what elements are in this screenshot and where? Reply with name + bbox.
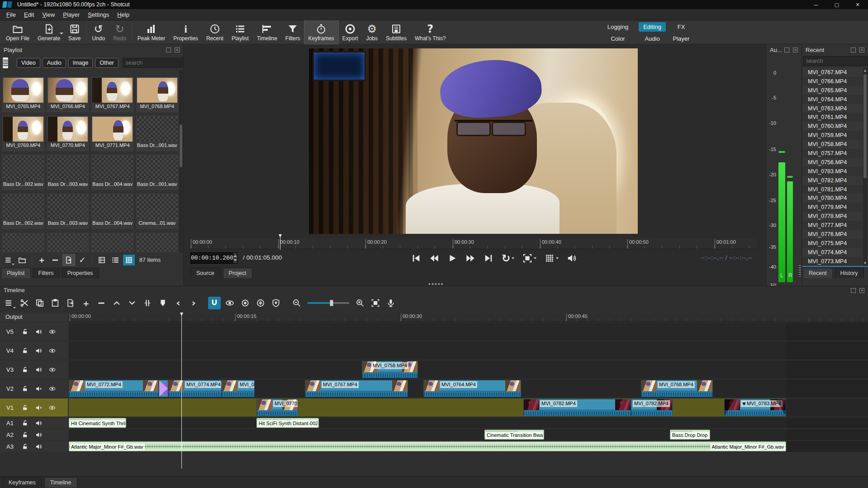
recent-file-item[interactable]: MVI_0761.MP4 bbox=[802, 113, 864, 122]
timeline-ripple-button[interactable] bbox=[239, 297, 251, 309]
menu-edit[interactable]: Edit bbox=[20, 10, 38, 19]
playlist-item[interactable] bbox=[1, 232, 45, 252]
timeline-ripple-markers-button[interactable] bbox=[270, 297, 282, 309]
zoom-fit-button[interactable] bbox=[521, 252, 538, 264]
timeline-append-button[interactable] bbox=[64, 297, 77, 309]
recent-file-item[interactable]: MVI_0780.MP4 bbox=[802, 194, 864, 203]
recent-file-item[interactable]: MVI_0775.MP4 bbox=[802, 239, 864, 248]
track-head-A2[interactable]: A2 bbox=[0, 429, 68, 440]
playlist-item-clipped[interactable]: MVI_07...MP4 bbox=[90, 70, 134, 75]
playlist-view-tiles-button[interactable] bbox=[109, 255, 121, 265]
current-position-field[interactable]: 00:00:10.260 bbox=[190, 252, 237, 264]
track-lane-V5[interactable] bbox=[69, 322, 868, 341]
timeline-zoom-out-button[interactable] bbox=[290, 297, 303, 309]
playlist-filter-image[interactable]: Image bbox=[68, 58, 93, 68]
timeline-copy-button[interactable] bbox=[33, 297, 46, 309]
video-clip[interactable]: MVI_0772.MP4 bbox=[69, 380, 159, 397]
eye-icon[interactable] bbox=[48, 327, 56, 336]
lock-icon[interactable] bbox=[21, 442, 29, 450]
playlist-item[interactable]: Bass Dr...003.wav bbox=[46, 154, 90, 191]
playlist-item-clipped[interactable]: MVI_07...MP4 bbox=[46, 70, 90, 75]
float-panel-icon[interactable] bbox=[851, 288, 856, 293]
grid-button[interactable] bbox=[543, 252, 560, 264]
timeline-scrub-while-dragging-button[interactable] bbox=[223, 297, 236, 309]
timeline-split-button[interactable] bbox=[141, 297, 154, 309]
playlist-item[interactable]: MVI_0770.MP4 bbox=[46, 115, 90, 152]
tab-project[interactable]: Project bbox=[223, 268, 252, 278]
timeline-remove-track-button[interactable] bbox=[95, 297, 108, 309]
playlist-item-clipped[interactable]: MVI_07...MP4 bbox=[1, 70, 45, 75]
maximize-button[interactable]: ▢ bbox=[826, 0, 847, 9]
menu-settings[interactable]: Settings bbox=[84, 10, 113, 19]
recent-file-item[interactable]: MVI_0758.MP4 bbox=[802, 140, 864, 149]
quickly-forward-button[interactable] bbox=[464, 252, 477, 264]
playlist-open-button[interactable] bbox=[16, 255, 28, 265]
open-file-button[interactable]: Open File bbox=[2, 21, 33, 44]
close-panel-icon[interactable]: ✕ bbox=[859, 47, 864, 52]
playlist-item[interactable]: Cinema...01.wav bbox=[135, 193, 179, 230]
recent-file-item[interactable]: MVI_0778.MP4 bbox=[802, 212, 864, 221]
generate-button[interactable]: Generate bbox=[33, 21, 64, 44]
lock-icon[interactable] bbox=[21, 365, 29, 374]
timeline-record-audio-button[interactable] bbox=[384, 297, 397, 309]
speaker-icon[interactable] bbox=[34, 365, 43, 374]
playlist-item[interactable] bbox=[46, 232, 90, 252]
track-head-V4[interactable]: V4 bbox=[0, 341, 68, 360]
recent-file-item[interactable]: MVI_0779.MP4 bbox=[802, 203, 864, 212]
timeline-next-marker-button[interactable]: › bbox=[187, 297, 200, 309]
lock-icon[interactable] bbox=[21, 403, 29, 412]
playlist-view-icons-button[interactable] bbox=[123, 255, 135, 265]
playlist-filter-video[interactable]: Video bbox=[17, 58, 40, 68]
tab-history[interactable]: History bbox=[835, 268, 864, 278]
video-clip[interactable]: MVI_0782.MP4 bbox=[523, 399, 631, 416]
playlist-item[interactable]: Bass Dr...001.wav bbox=[135, 154, 179, 191]
layout-editing-button[interactable]: Editing bbox=[639, 22, 666, 32]
playlist-item[interactable] bbox=[135, 232, 179, 252]
timeline-prev-marker-button[interactable]: ‹ bbox=[172, 297, 185, 309]
playlist-item[interactable]: MVI_0771.MP4 bbox=[90, 115, 134, 152]
close-panel-icon[interactable]: ✕ bbox=[175, 47, 180, 52]
recent-file-item[interactable]: MVI_0764.MP4 bbox=[802, 95, 864, 104]
menu-file[interactable]: File bbox=[2, 10, 20, 19]
speaker-icon[interactable] bbox=[34, 442, 43, 450]
playlist-item[interactable]: MVI_0766.MP4 bbox=[46, 76, 90, 113]
undo-button[interactable]: ↺Undo bbox=[88, 21, 109, 44]
playlist-filter-other[interactable]: Other bbox=[95, 58, 118, 68]
timeline-zoom-slider[interactable] bbox=[308, 302, 349, 304]
recent-button[interactable]: Recent bbox=[202, 21, 228, 44]
volume-button[interactable] bbox=[565, 252, 579, 264]
skip-to-start-button[interactable] bbox=[409, 252, 423, 264]
recent-scrollbar[interactable]: ▲▼ bbox=[863, 68, 867, 266]
lock-icon[interactable] bbox=[21, 384, 29, 393]
recent-file-item[interactable]: MVI_0766.MP4 bbox=[802, 77, 864, 86]
layout-audio-button[interactable]: Audio bbox=[640, 34, 664, 43]
properties-button[interactable]: iProperties bbox=[169, 21, 202, 44]
playlist-update-button[interactable] bbox=[63, 255, 75, 265]
close-panel-icon[interactable]: ✕ bbox=[859, 288, 864, 293]
timeline-playhead[interactable] bbox=[181, 313, 182, 469]
video-clip[interactable]: MVI_0782.MP4 bbox=[631, 399, 673, 416]
player-scrub-ruler[interactable]: 00:00:0000:00:1000:00:2000:00:3000:00:40… bbox=[190, 238, 757, 249]
speaker-icon[interactable] bbox=[34, 327, 43, 336]
playlist-remove-button[interactable] bbox=[49, 255, 61, 265]
track-head-V2[interactable]: V2 bbox=[0, 379, 68, 398]
minimize-button[interactable]: — bbox=[806, 0, 826, 9]
track-head-V5[interactable]: V5 bbox=[0, 322, 68, 341]
timeline-paste-button[interactable] bbox=[49, 297, 62, 309]
track-lane-V1[interactable]: MVI_0770.MP4MVI_0782.MP4MVI_0782.MP4MVI_… bbox=[69, 398, 868, 417]
timeline-zoom-fit-button[interactable] bbox=[369, 297, 382, 309]
audio-clip[interactable]: Atlantic Major_Minor F#_Gb.wavAtlantic M… bbox=[69, 441, 786, 451]
playlist-select-button[interactable]: ✓ bbox=[76, 255, 88, 265]
recent-file-item[interactable]: MVI_0774.MP4 bbox=[802, 248, 864, 257]
playlist-filter-audio[interactable]: Audio bbox=[43, 58, 66, 68]
layout-player-button[interactable]: Player bbox=[669, 34, 694, 43]
timeline-button[interactable]: Timeline bbox=[253, 21, 281, 44]
layout-color-button[interactable]: Color bbox=[606, 34, 629, 43]
player-playhead[interactable] bbox=[280, 236, 280, 250]
video-clip[interactable]: MVI_075 bbox=[222, 380, 255, 397]
playlist-item[interactable]: Bass Dr...002.wav bbox=[1, 193, 45, 230]
tab-keyframes[interactable]: Keyframes bbox=[3, 477, 42, 488]
playlist-button[interactable]: Playlist bbox=[228, 21, 253, 44]
track-lane-V4[interactable] bbox=[69, 341, 868, 360]
playlist-item[interactable] bbox=[90, 232, 134, 252]
